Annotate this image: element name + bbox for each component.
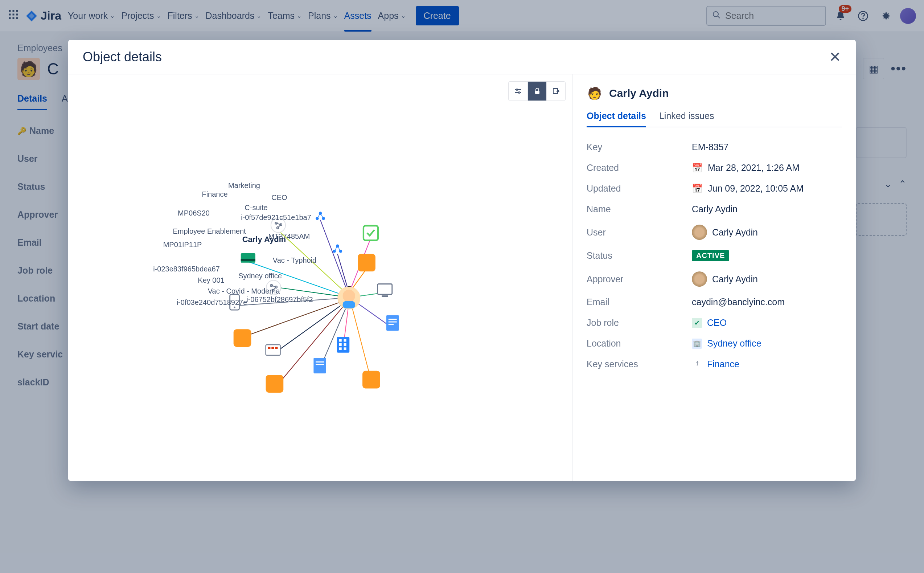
graph-node-label[interactable]: CEO [271, 193, 287, 202]
svg-line-22 [338, 254, 348, 291]
graph-node-label[interactable]: i-06752bf28697bf5f2 [246, 295, 313, 304]
location-link[interactable]: Sydney office [707, 338, 761, 349]
svg-rect-67 [378, 284, 392, 294]
value-approver: Carly Aydin [692, 271, 842, 286]
svg-rect-80 [339, 347, 342, 350]
object-details-modal: Object details ✕ [68, 40, 856, 481]
person-icon: 🧑 [586, 85, 603, 101]
value-key: EM-8357 [692, 142, 842, 152]
graph-node-label[interactable]: Finance [202, 190, 227, 199]
graph-node-label[interactable]: Sydney office [238, 272, 282, 280]
svg-rect-88 [316, 364, 324, 365]
svg-rect-76 [339, 339, 342, 341]
graph-pane[interactable]: Carly Aydin MarketingFinanceCEOC-suiteMP… [68, 74, 573, 481]
value-keyservices: ⤴Finance [692, 359, 842, 369]
svg-rect-87 [316, 362, 324, 363]
svg-rect-74 [389, 324, 394, 325]
svg-point-40 [322, 217, 325, 220]
graph-node-label[interactable]: MP06S20 [178, 209, 210, 218]
svg-rect-59 [363, 371, 380, 389]
graph-node-label[interactable]: Marketing [228, 182, 260, 190]
svg-rect-85 [275, 347, 278, 349]
svg-rect-49 [364, 226, 378, 240]
svg-rect-73 [389, 321, 397, 323]
svg-rect-77 [344, 339, 346, 341]
graph-node-label[interactable]: Vac - Typhoid [273, 256, 316, 265]
side-tab-details[interactable]: Object details [586, 111, 646, 127]
check-icon: ✔ [692, 318, 702, 328]
calendar-icon: 📅 [692, 184, 703, 194]
svg-rect-86 [313, 358, 326, 373]
svg-line-53 [335, 246, 338, 251]
svg-rect-71 [386, 315, 399, 330]
svg-line-41 [317, 213, 321, 218]
status-badge: ACTIVE [692, 250, 729, 261]
svg-rect-75 [337, 337, 349, 353]
svg-point-36 [343, 290, 355, 302]
value-name: Carly Aydin [692, 204, 842, 214]
svg-rect-84 [271, 347, 274, 349]
svg-line-29 [243, 300, 346, 337]
svg-line-33 [351, 304, 372, 381]
graph-node-label[interactable]: i-0f03e240d7518927e [177, 298, 247, 307]
value-status: ACTIVE [692, 250, 842, 261]
user-avatar-icon [692, 225, 707, 240]
side-tab-linked[interactable]: Linked issues [659, 111, 714, 127]
share-icon: ⤴ [692, 359, 702, 369]
svg-rect-72 [389, 319, 397, 320]
value-location: 🏢Sydney office [692, 338, 842, 349]
value-created: 📅Mar 28, 2021, 1:26 AM [692, 163, 842, 173]
svg-line-28 [353, 300, 390, 327]
calendar-icon: 📅 [692, 163, 703, 173]
svg-rect-79 [344, 343, 346, 346]
graph-node-label[interactable]: Key 001 [198, 276, 224, 285]
jobrole-link[interactable]: CEO [707, 318, 727, 328]
svg-rect-82 [266, 345, 280, 355]
graph-node-label[interactable]: i-023e83f965bdea67 [153, 265, 220, 273]
graph-node-label[interactable]: MT37485AM [269, 232, 310, 241]
side-object-name: Carly Aydin [609, 87, 669, 99]
approver-avatar-icon [692, 271, 707, 286]
graph-node-label[interactable]: MP01IP11P [163, 241, 202, 249]
value-user: Carly Aydin [692, 225, 842, 240]
svg-rect-81 [344, 347, 346, 350]
value-updated: 📅Jun 09, 2022, 10:05 AM [692, 183, 842, 194]
value-email: caydin@banclyinc.com [692, 297, 842, 307]
svg-rect-37 [343, 301, 355, 308]
svg-rect-68 [381, 295, 388, 297]
svg-rect-83 [268, 347, 270, 349]
svg-rect-57 [358, 254, 375, 271]
svg-rect-78 [339, 343, 342, 346]
building-icon: 🏢 [692, 338, 702, 349]
svg-rect-58 [234, 329, 252, 347]
keyservices-link[interactable]: Finance [707, 359, 740, 369]
svg-point-39 [316, 217, 319, 220]
svg-rect-55 [241, 253, 255, 263]
graph-node-label[interactable]: C-suite [244, 204, 267, 212]
svg-line-42 [321, 213, 324, 218]
svg-rect-60 [266, 375, 284, 393]
graph-node-label[interactable]: Employee Enablement [173, 227, 245, 235]
close-icon[interactable]: ✕ [829, 50, 841, 64]
svg-rect-56 [241, 259, 255, 261]
graph-canvas[interactable] [68, 74, 572, 490]
value-jobrole: ✔CEO [692, 318, 842, 328]
modal-title: Object details [83, 49, 162, 64]
svg-point-70 [234, 307, 235, 308]
svg-line-54 [338, 246, 341, 251]
graph-node-label[interactable]: i-0f57de921c51e1ba7 [241, 213, 311, 222]
graph-node-label[interactable]: Vac - Covid - Moderna [208, 287, 280, 295]
detail-side-pane: 🧑 Carly Aydin Object details Linked issu… [573, 74, 856, 481]
